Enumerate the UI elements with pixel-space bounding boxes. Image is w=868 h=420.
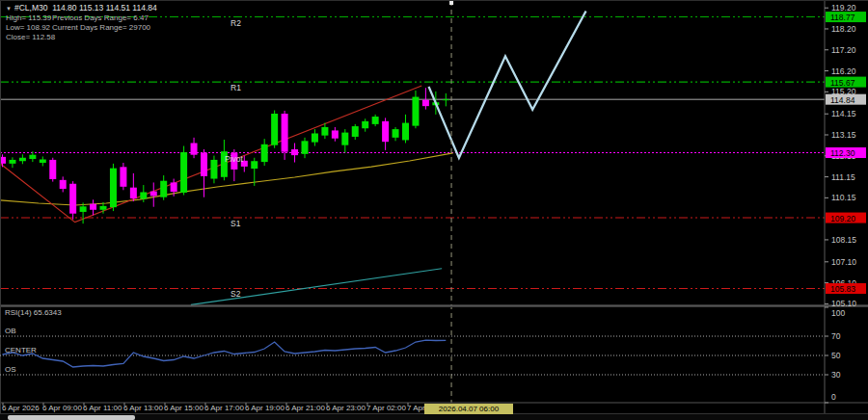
price-tick-label: 114.15 — [831, 109, 856, 118]
level-label-pivot: Pivot — [225, 154, 244, 164]
time-label: 6 Apr 19:00 — [245, 404, 285, 412]
ohlc-values: 114.80 115.13 114.51 114.84 — [52, 3, 157, 13]
candle-body — [321, 127, 328, 136]
candle-body — [382, 121, 389, 142]
price-tick-label: 119.20 — [831, 3, 856, 13]
candle-body — [69, 184, 76, 214]
time-label: 6 Apr 2026 — [2, 404, 40, 412]
price-highlight-label: 112.30 — [830, 148, 855, 158]
price-tick-label: 110.15 — [831, 193, 856, 202]
candle-body — [251, 161, 258, 169]
price-tick-label: 111.15 — [831, 172, 855, 182]
chart-header: ▼#CL,M30 114.80 115.13 114.51 114.84 Hig… — [6, 3, 157, 42]
candle-body — [120, 167, 126, 186]
time-label: 6 Apr 09:00 — [42, 404, 82, 412]
time-label: 6 Apr 21:00 — [285, 404, 325, 412]
candle-body — [352, 126, 359, 137]
price-highlight-label: 118.77 — [830, 13, 855, 22]
candle-body — [282, 114, 288, 152]
red-trendline[interactable] — [0, 86, 421, 223]
candle-body — [49, 160, 56, 179]
close-stat: Close= 112.58 — [6, 33, 46, 42]
rsi-indicator-title: RSI(14) 65.6343 — [5, 308, 62, 317]
symbol-label: #CL,M30 — [14, 3, 48, 13]
vline-handle[interactable] — [449, 1, 453, 5]
price-tick-label: 116.20 — [831, 66, 856, 76]
time-label: 6 Apr 15:00 — [164, 404, 203, 412]
time-label: 6 Apr 17:00 — [204, 404, 244, 412]
rsi-tick-label: 50 — [831, 351, 841, 360]
collapse-triangle-icon[interactable]: ▼ — [6, 6, 12, 12]
horizontal-scrollbar[interactable] — [0, 414, 868, 420]
candle-body — [291, 149, 298, 155]
candle-body — [341, 133, 348, 145]
time-label: 7 Apr — [407, 404, 425, 412]
candle-body — [171, 182, 177, 192]
crosshair-time-label: 2026.04.07 06:00 — [424, 404, 513, 414]
price-highlight-label: 115.67 — [830, 78, 855, 88]
rsi-tick-label: 100 — [831, 308, 845, 318]
time-label: 7 Apr 02:00 — [366, 404, 406, 412]
prev-range-stat: Previous Days Range= 6.47 — [52, 13, 149, 23]
candle-body — [261, 144, 268, 162]
candle-body — [100, 206, 107, 210]
price-tick-label: 107.10 — [831, 257, 856, 267]
symbol-ohlc-line: ▼#CL,M30 114.80 115.13 114.51 114.84 — [6, 3, 157, 13]
candle-body — [19, 158, 26, 161]
candle-body — [271, 114, 278, 145]
candle-body — [180, 152, 187, 193]
level-label-r1: R1 — [231, 83, 241, 92]
low-stat: Low= 108.92 — [6, 23, 46, 33]
rsi-tick-label: 30 — [831, 370, 841, 380]
time-axis[interactable]: 6 Apr 20266 Apr 09:006 Apr 11:006 Apr 13… — [0, 403, 825, 414]
price-chart-canvas[interactable]: R2R1PivotS1S2119.20118.20117.20116.20115… — [0, 1, 868, 420]
curr-range-stat: Current Days Range= 29700 — [52, 23, 150, 33]
candle-body — [412, 97, 419, 126]
projection-zigzag[interactable] — [429, 11, 586, 158]
price-tick-label: 105.10 — [831, 299, 856, 308]
level-label-s2: S2 — [231, 289, 241, 299]
candle-body — [110, 169, 117, 208]
candle-body — [29, 155, 36, 159]
price-tick-label: 108.15 — [831, 235, 856, 245]
candle-body — [302, 141, 309, 154]
rsi-level-label-os: OS — [5, 365, 16, 374]
rsi-tick-label: 70 — [831, 331, 841, 341]
time-label: 6 Apr 23:00 — [326, 404, 366, 412]
candle-body — [422, 100, 429, 107]
candle-body — [393, 129, 399, 138]
scrollbar-thumb[interactable] — [8, 415, 135, 420]
candle-body — [191, 143, 198, 154]
teal-trendline[interactable] — [191, 269, 442, 305]
price-highlight-label: 109.20 — [830, 214, 855, 223]
level-label-r2: R2 — [231, 18, 241, 28]
mt4-chart-window: R2R1PivotS1S2119.20118.20117.20116.20115… — [0, 0, 868, 420]
candle-body — [160, 181, 167, 197]
candle-body — [9, 160, 15, 164]
candle-body — [443, 99, 449, 100]
price-tick-label: 113.15 — [831, 130, 856, 140]
candle-body — [201, 153, 207, 176]
candle-body — [130, 188, 137, 198]
candle-body — [140, 192, 147, 198]
candle-body — [150, 192, 157, 197]
price-highlight-label: 114.84 — [830, 95, 855, 105]
candle-body — [80, 206, 87, 212]
price-tick-label: 117.20 — [831, 45, 856, 55]
high-stat: High= 115.39 — [6, 13, 46, 23]
rsi-tick-label: 0 — [831, 392, 836, 402]
candle-body — [402, 123, 409, 141]
candle-body — [90, 204, 96, 210]
candle-body — [60, 180, 67, 189]
candle-body — [312, 133, 318, 142]
candle-body — [332, 130, 339, 138]
time-label: 6 Apr 11:00 — [83, 404, 122, 412]
level-label-s1: S1 — [231, 219, 241, 228]
time-label: 6 Apr 13:00 — [123, 404, 163, 412]
candle-body — [210, 160, 217, 179]
rsi-level-label-ob: OB — [5, 327, 16, 335]
candle-body — [362, 121, 368, 128]
price-tick-label: 118.20 — [831, 24, 856, 34]
rsi-line — [3, 340, 447, 367]
candle-body — [372, 117, 379, 124]
